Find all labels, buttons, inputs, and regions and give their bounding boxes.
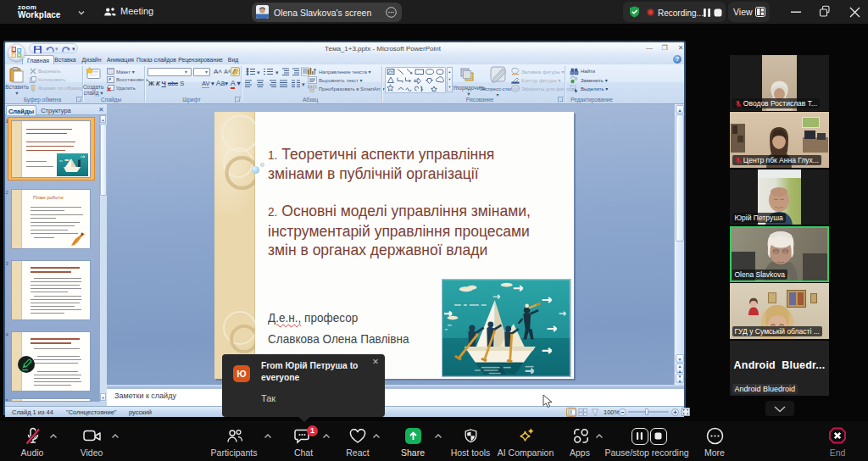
svg-text:▾: ▾	[302, 81, 305, 87]
svg-text:}: }	[420, 85, 423, 92]
svg-text:▾: ▾	[275, 69, 279, 75]
svg-text:▾: ▾	[257, 69, 260, 75]
